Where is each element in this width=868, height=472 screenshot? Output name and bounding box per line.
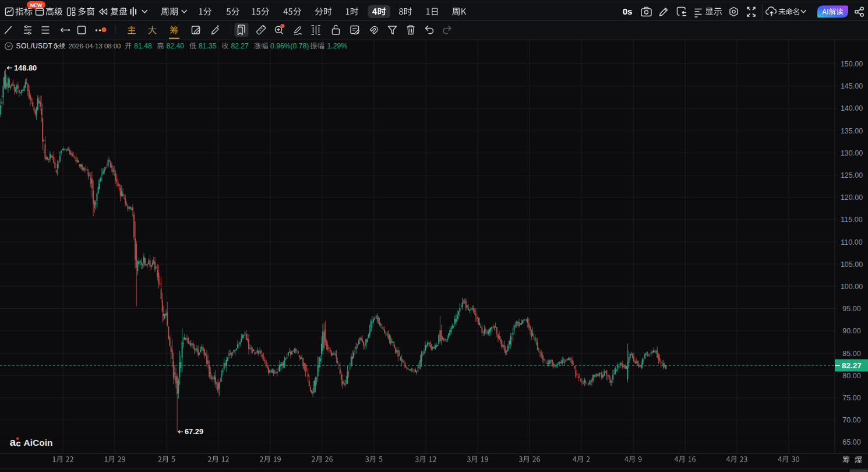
svg-text:1.29%: 1.29%	[327, 42, 348, 50]
svg-text:105.00: 105.00	[841, 260, 863, 269]
svg-text:125.00: 125.00	[841, 171, 863, 179]
svg-text:120.00: 120.00	[841, 193, 863, 202]
svg-text:0.96%(0.78): 0.96%(0.78)	[270, 42, 309, 50]
svg-text:2026-04-13 08:00: 2026-04-13 08:00	[69, 43, 121, 50]
svg-text:115.00: 115.00	[841, 216, 862, 224]
svg-text:65.00: 65.00	[842, 438, 860, 446]
svg-text:130.00: 130.00	[841, 149, 863, 157]
svg-text:82.40: 82.40	[167, 42, 185, 50]
svg-text:SOL/USDT: SOL/USDT	[16, 42, 53, 50]
svg-text:AiCoin: AiCoin	[24, 438, 53, 448]
svg-text:110.00: 110.00	[841, 238, 862, 246]
svg-text:81.35: 81.35	[199, 42, 217, 50]
svg-text:90.00: 90.00	[842, 327, 860, 335]
svg-text:a: a	[10, 436, 16, 448]
svg-text:c: c	[16, 439, 21, 448]
svg-text:70.00: 70.00	[842, 416, 860, 424]
svg-text:135.00: 135.00	[841, 127, 863, 135]
svg-text:85.00: 85.00	[842, 350, 860, 358]
svg-text:82.27: 82.27	[842, 361, 862, 370]
svg-text:0s: 0s	[623, 6, 633, 16]
svg-text:81.48: 81.48	[134, 42, 152, 50]
svg-text:67.29: 67.29	[185, 427, 203, 436]
svg-text:100.00: 100.00	[841, 283, 863, 291]
svg-text:148.80: 148.80	[14, 64, 37, 72]
svg-text:140.00: 140.00	[841, 104, 863, 112]
svg-text:75.00: 75.00	[842, 394, 860, 402]
svg-text:150.00: 150.00	[841, 60, 863, 68]
svg-text:NEW: NEW	[30, 2, 43, 8]
svg-text:145.00: 145.00	[841, 82, 863, 90]
svg-text:82.27: 82.27	[231, 42, 249, 50]
svg-text:95.00: 95.00	[842, 305, 860, 313]
svg-text:80.00: 80.00	[842, 372, 860, 380]
